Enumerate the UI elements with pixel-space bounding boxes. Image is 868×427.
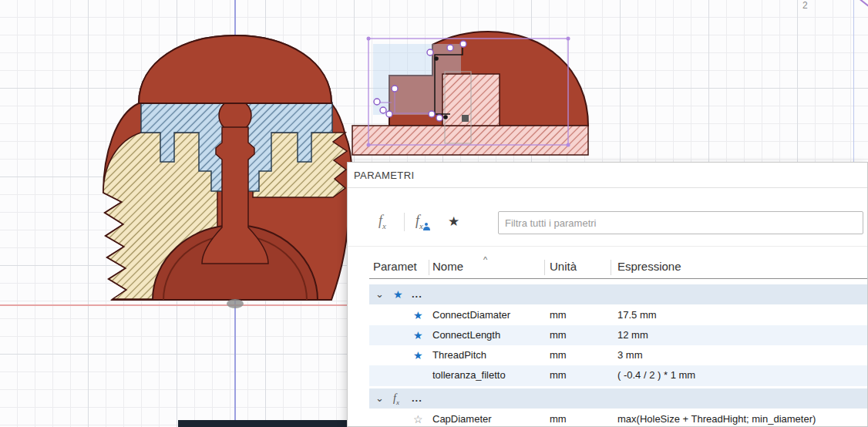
param-expression[interactable]: 17.5 mm [617, 305, 657, 325]
parameters-table: Paramet Nome ^ Unità Espressione ⌄ ★ ...… [369, 163, 867, 426]
table-row-connectlength[interactable]: ★ ConnectLength mm 12 mm [369, 325, 867, 345]
param-name: ConnectLength [432, 325, 500, 345]
sort-asc-icon: ^ [483, 255, 487, 264]
param-name: CapDiameter [432, 409, 492, 427]
header-divider [544, 260, 545, 275]
col-header-parametro[interactable]: Paramet [373, 255, 429, 278]
pink-section-slab [352, 126, 588, 155]
group-row-favorites[interactable]: ⌄ ★ ... [369, 284, 867, 304]
favorite-star-icon[interactable]: ★ [413, 345, 423, 365]
col-header-nome[interactable]: Nome [432, 255, 463, 278]
param-expression[interactable]: 12 mm [617, 325, 648, 345]
sketch-anchor-point[interactable] [434, 56, 439, 61]
col-header-espressione[interactable]: Espressione [617, 255, 681, 278]
header-divider [429, 260, 429, 275]
table-header: Paramet Nome ^ Unità Espressione [369, 255, 867, 279]
parameters-dialog: PARAMETRI fx fx ★ Paramet Nome ^ Unità E… [347, 162, 868, 427]
table-row-capdiameter[interactable]: ☆ CapDiameter mm max(HoleSize + ThreadHi… [369, 409, 867, 427]
table-row-tolleranza-filetto[interactable]: tolleranza_filetto mm ( -0.4 / 2 ) * 1 m… [369, 365, 867, 386]
origin-marker[interactable] [227, 299, 244, 308]
star-icon: ★ [393, 284, 403, 304]
param-expression[interactable]: 3 mm [617, 345, 643, 365]
favorite-star-outline-icon[interactable]: ☆ [413, 409, 423, 427]
param-name: ConnectDiamater [432, 305, 510, 325]
chevron-down-icon[interactable]: ⌄ [375, 388, 384, 409]
param-unit: mm [550, 325, 567, 345]
table-row-threadpitch[interactable]: ★ ThreadPitch mm 3 mm [369, 345, 867, 365]
group-label: ... [412, 388, 422, 409]
left-model-section[interactable] [103, 35, 352, 308]
selection-handle[interactable] [367, 37, 371, 41]
sketch-anchor-point[interactable] [443, 115, 448, 119]
selection-handle[interactable] [567, 37, 570, 41]
col-header-unita[interactable]: Unità [550, 255, 577, 278]
dome-top [139, 35, 331, 103]
header-divider [611, 260, 611, 275]
fx-sub-glyph: x [396, 398, 399, 406]
sketch-constraint-glyph[interactable] [462, 115, 469, 122]
right-model-section[interactable] [352, 32, 588, 155]
group-row-user-parameters[interactable]: ⌄ fx ... [369, 388, 867, 409]
param-expression[interactable]: ( -0.4 / 2 ) * 1 mm [617, 365, 695, 385]
chevron-down-icon[interactable]: ⌄ [375, 284, 384, 304]
param-unit: mm [550, 365, 567, 385]
favorite-star-icon[interactable]: ★ [413, 325, 423, 345]
cad-canvas[interactable]: 2 [0, 0, 868, 427]
param-unit: mm [550, 305, 567, 325]
favorite-star-icon[interactable]: ★ [413, 305, 423, 325]
timeline-bar-edge[interactable] [178, 420, 352, 427]
param-name: tolleranza_filetto [432, 365, 506, 385]
param-name: ThreadPitch [432, 345, 486, 365]
table-row-connectdiamater[interactable]: ★ ConnectDiamater mm 17.5 mm [369, 305, 867, 325]
param-expression[interactable]: max(HoleSize + ThreadHight; min_diameter… [617, 409, 816, 427]
param-unit: mm [550, 345, 567, 365]
group-label: ... [412, 284, 422, 304]
selection-handle[interactable] [567, 143, 570, 147]
selection-handle[interactable] [367, 143, 371, 147]
param-unit: mm [550, 409, 567, 427]
